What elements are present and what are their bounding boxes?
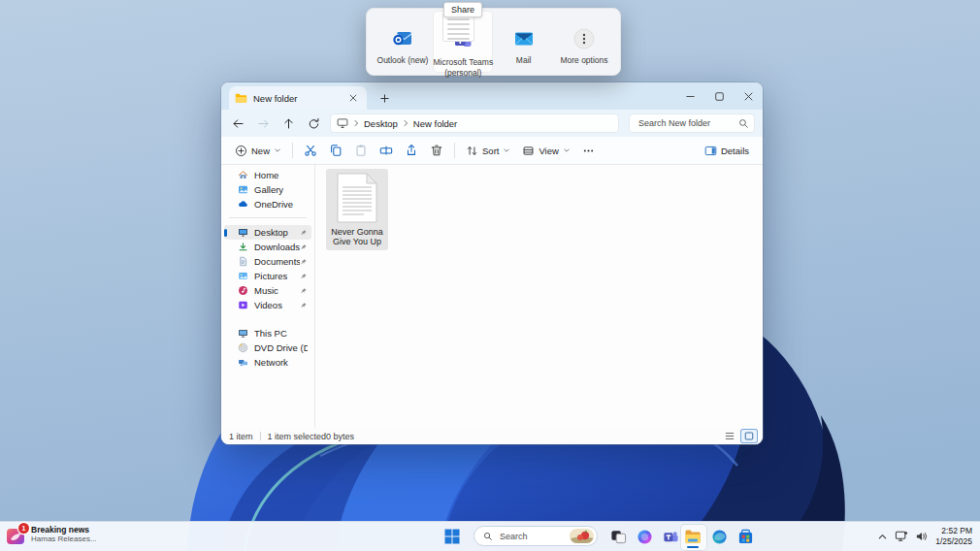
active-app-indicator — [687, 546, 699, 549]
explorer-search-box[interactable] — [629, 113, 755, 133]
new-button[interactable]: New — [229, 140, 287, 161]
network-tray-icon[interactable] — [895, 531, 908, 542]
sidebar-item-downloads[interactable]: Downloads — [224, 240, 311, 254]
file-explorer-window: New folder — [221, 82, 763, 444]
status-bar: 1 item 1 item selected 0 bytes — [221, 428, 763, 444]
share-flyout: Outlook (new) Microsoft Teams (personal)… — [366, 8, 621, 76]
delete-icon[interactable] — [424, 140, 449, 161]
sort-button-label: Sort — [482, 146, 499, 156]
this-pc-icon — [238, 328, 248, 339]
breadcrumb-desktop[interactable]: Desktop — [364, 118, 398, 129]
toolbar-divider — [454, 143, 455, 158]
file-item-never-gonna-give-you-up[interactable]: Never Gonna Give You Up — [326, 169, 388, 250]
sidebar-item-label: Gallery — [254, 184, 308, 195]
chevron-down-icon — [563, 146, 571, 154]
taskbar-search-input[interactable] — [498, 531, 565, 542]
desktop-icon — [238, 227, 248, 238]
documents-icon — [238, 256, 248, 267]
share-target-label: Outlook (new) — [377, 55, 429, 66]
command-bar: New Sort — [221, 137, 763, 165]
chevron-down-icon — [503, 146, 510, 154]
sort-button[interactable]: Sort — [460, 140, 516, 161]
volume-icon[interactable] — [915, 531, 929, 542]
share-target-mail[interactable]: Mail — [494, 9, 554, 75]
sidebar-item-pictures[interactable]: Pictures — [224, 269, 311, 283]
sidebar-item-music[interactable]: Music — [224, 283, 311, 298]
refresh-icon[interactable] — [301, 113, 326, 134]
new-tab-button[interactable] — [376, 90, 392, 106]
edge-icon[interactable] — [709, 527, 729, 546]
pin-icon — [300, 258, 308, 266]
rename-icon[interactable] — [374, 140, 399, 161]
share-target-outlook[interactable]: Outlook (new) — [373, 9, 433, 75]
widget-headline: Breaking news — [31, 525, 97, 535]
search-icon — [483, 532, 493, 541]
microsoft-store-icon[interactable] — [735, 527, 755, 546]
paste-icon[interactable] — [348, 140, 374, 161]
clock[interactable]: 2:52 PM 1/25/2025 — [935, 526, 976, 546]
copilot-icon[interactable] — [635, 527, 654, 546]
breadcrumb-new-folder[interactable]: New folder — [413, 118, 457, 129]
details-view-icon[interactable] — [722, 430, 737, 442]
file-name-label: Never Gonna Give You Up — [328, 227, 386, 247]
maximize-button[interactable] — [704, 82, 734, 110]
large-icons-view-icon[interactable] — [741, 430, 757, 442]
tray-chevron-up-icon[interactable] — [877, 533, 888, 541]
file-explorer-icon[interactable] — [683, 527, 702, 546]
widgets-button[interactable]: 1 Breaking news Hamas Releases... — [6, 525, 97, 546]
shared-file-preview — [442, 14, 474, 42]
more-icon[interactable] — [576, 140, 602, 161]
sidebar-item-label: Desktop — [254, 227, 300, 238]
share-icon[interactable] — [399, 140, 424, 161]
tab-strip: New folder — [221, 82, 763, 110]
videos-icon — [238, 300, 248, 310]
file-list-pane[interactable]: Never Gonna Give You Up — [315, 165, 763, 428]
share-target-more-options[interactable]: More options — [554, 9, 614, 75]
sidebar-item-network[interactable]: Network — [224, 355, 311, 370]
copy-icon[interactable] — [323, 140, 348, 161]
taskbar-search-box[interactable] — [474, 526, 598, 546]
cut-icon[interactable] — [298, 140, 323, 161]
selection-size: 0 bytes — [326, 432, 354, 441]
sidebar-item-label: Videos — [254, 300, 300, 310]
start-button[interactable] — [442, 527, 462, 546]
sidebar-item-label: DVD Drive (D:) CCCC — [254, 342, 308, 353]
tab-new-folder[interactable]: New folder — [229, 86, 367, 110]
forward-icon[interactable] — [250, 113, 276, 134]
sidebar-item-label: Home — [254, 170, 308, 180]
sidebar-item-videos[interactable]: Videos — [224, 298, 311, 312]
address-bar[interactable]: Desktop New folder — [330, 113, 619, 133]
minimize-button[interactable] — [675, 82, 704, 110]
notification-badge: 1 — [18, 523, 29, 534]
sidebar-item-this-pc[interactable]: This PC — [224, 326, 311, 340]
share-tooltip: Share — [443, 2, 482, 17]
toolbar-divider — [292, 143, 293, 158]
tab-close-icon[interactable] — [345, 90, 361, 106]
sidebar-item-documents[interactable]: Documents — [224, 254, 311, 269]
sidebar-item-label: Pictures — [254, 271, 300, 281]
details-button[interactable]: Details — [699, 140, 755, 161]
share-target-label: Mail — [516, 55, 532, 66]
tray-time: 2:52 PM — [935, 526, 972, 536]
sidebar-item-onedrive[interactable]: OneDrive — [224, 197, 311, 211]
teams-icon[interactable] — [661, 527, 680, 546]
explorer-search-input[interactable] — [637, 117, 738, 129]
outlook-icon — [391, 27, 414, 50]
sidebar-item-label: Downloads — [254, 242, 300, 252]
network-icon — [238, 357, 248, 368]
up-icon[interactable] — [276, 113, 301, 134]
more-options-icon — [572, 27, 596, 50]
navigation-bar: Desktop New folder — [221, 110, 763, 137]
task-view-icon[interactable] — [608, 527, 628, 546]
back-icon[interactable] — [225, 113, 250, 134]
taskbar: 1 Breaking news Hamas Releases... — [0, 521, 980, 551]
sidebar-item-home[interactable]: Home — [224, 168, 311, 182]
sidebar-item-gallery[interactable]: Gallery — [224, 182, 311, 197]
sidebar-item-desktop[interactable]: Desktop — [224, 225, 311, 240]
close-button[interactable] — [734, 82, 763, 110]
pin-icon — [300, 287, 308, 295]
sidebar-item-dvd-drive[interactable]: DVD Drive (D:) CCCC — [224, 340, 311, 355]
view-button[interactable]: View — [516, 140, 575, 161]
sidebar-item-label: Network — [254, 357, 308, 368]
pictures-icon — [238, 271, 248, 281]
